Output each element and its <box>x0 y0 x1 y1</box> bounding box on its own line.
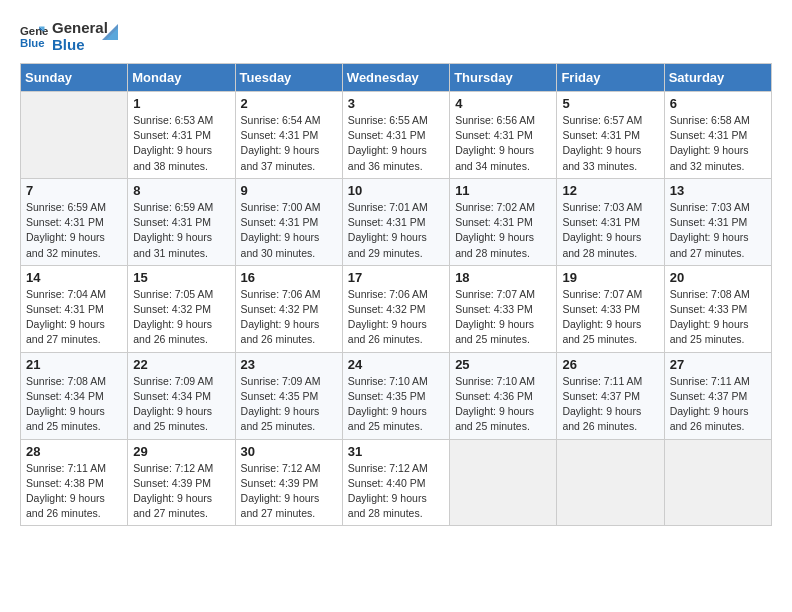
day-info: Sunrise: 6:59 AMSunset: 4:31 PMDaylight:… <box>133 200 229 261</box>
day-number: 4 <box>455 96 551 111</box>
calendar-cell: 8Sunrise: 6:59 AMSunset: 4:31 PMDaylight… <box>128 178 235 265</box>
day-info: Sunrise: 7:07 AMSunset: 4:33 PMDaylight:… <box>562 287 658 348</box>
calendar-cell: 28Sunrise: 7:11 AMSunset: 4:38 PMDayligh… <box>21 439 128 526</box>
calendar-cell <box>557 439 664 526</box>
day-number: 31 <box>348 444 444 459</box>
day-info: Sunrise: 6:56 AMSunset: 4:31 PMDaylight:… <box>455 113 551 174</box>
calendar-cell: 31Sunrise: 7:12 AMSunset: 4:40 PMDayligh… <box>342 439 449 526</box>
calendar-cell: 4Sunrise: 6:56 AMSunset: 4:31 PMDaylight… <box>450 92 557 179</box>
calendar-cell <box>664 439 771 526</box>
day-number: 8 <box>133 183 229 198</box>
calendar-cell: 23Sunrise: 7:09 AMSunset: 4:35 PMDayligh… <box>235 352 342 439</box>
calendar-cell: 30Sunrise: 7:12 AMSunset: 4:39 PMDayligh… <box>235 439 342 526</box>
calendar-cell: 9Sunrise: 7:00 AMSunset: 4:31 PMDaylight… <box>235 178 342 265</box>
day-info: Sunrise: 7:10 AMSunset: 4:35 PMDaylight:… <box>348 374 444 435</box>
day-info: Sunrise: 6:58 AMSunset: 4:31 PMDaylight:… <box>670 113 766 174</box>
day-info: Sunrise: 7:04 AMSunset: 4:31 PMDaylight:… <box>26 287 122 348</box>
calendar-cell: 17Sunrise: 7:06 AMSunset: 4:32 PMDayligh… <box>342 265 449 352</box>
day-number: 6 <box>670 96 766 111</box>
calendar-cell: 24Sunrise: 7:10 AMSunset: 4:35 PMDayligh… <box>342 352 449 439</box>
calendar-cell: 15Sunrise: 7:05 AMSunset: 4:32 PMDayligh… <box>128 265 235 352</box>
day-info: Sunrise: 7:05 AMSunset: 4:32 PMDaylight:… <box>133 287 229 348</box>
day-number: 17 <box>348 270 444 285</box>
calendar-week-1: 1Sunrise: 6:53 AMSunset: 4:31 PMDaylight… <box>21 92 772 179</box>
day-number: 23 <box>241 357 337 372</box>
day-info: Sunrise: 6:55 AMSunset: 4:31 PMDaylight:… <box>348 113 444 174</box>
day-info: Sunrise: 7:11 AMSunset: 4:38 PMDaylight:… <box>26 461 122 522</box>
day-info: Sunrise: 6:54 AMSunset: 4:31 PMDaylight:… <box>241 113 337 174</box>
day-info: Sunrise: 7:00 AMSunset: 4:31 PMDaylight:… <box>241 200 337 261</box>
day-number: 2 <box>241 96 337 111</box>
day-number: 29 <box>133 444 229 459</box>
calendar-cell: 1Sunrise: 6:53 AMSunset: 4:31 PMDaylight… <box>128 92 235 179</box>
day-number: 30 <box>241 444 337 459</box>
calendar-cell: 14Sunrise: 7:04 AMSunset: 4:31 PMDayligh… <box>21 265 128 352</box>
day-number: 19 <box>562 270 658 285</box>
calendar-cell: 16Sunrise: 7:06 AMSunset: 4:32 PMDayligh… <box>235 265 342 352</box>
page-header: General Blue General Blue <box>20 20 772 53</box>
day-info: Sunrise: 6:57 AMSunset: 4:31 PMDaylight:… <box>562 113 658 174</box>
day-info: Sunrise: 7:12 AMSunset: 4:40 PMDaylight:… <box>348 461 444 522</box>
calendar-cell: 20Sunrise: 7:08 AMSunset: 4:33 PMDayligh… <box>664 265 771 352</box>
calendar-cell: 5Sunrise: 6:57 AMSunset: 4:31 PMDaylight… <box>557 92 664 179</box>
day-number: 7 <box>26 183 122 198</box>
day-number: 14 <box>26 270 122 285</box>
calendar-week-3: 14Sunrise: 7:04 AMSunset: 4:31 PMDayligh… <box>21 265 772 352</box>
calendar-cell: 29Sunrise: 7:12 AMSunset: 4:39 PMDayligh… <box>128 439 235 526</box>
calendar-cell: 10Sunrise: 7:01 AMSunset: 4:31 PMDayligh… <box>342 178 449 265</box>
day-number: 20 <box>670 270 766 285</box>
calendar-week-2: 7Sunrise: 6:59 AMSunset: 4:31 PMDaylight… <box>21 178 772 265</box>
col-header-sunday: Sunday <box>21 64 128 92</box>
day-number: 22 <box>133 357 229 372</box>
logo-arrow-icon <box>100 22 122 44</box>
day-info: Sunrise: 7:08 AMSunset: 4:33 PMDaylight:… <box>670 287 766 348</box>
day-number: 12 <box>562 183 658 198</box>
day-info: Sunrise: 7:11 AMSunset: 4:37 PMDaylight:… <box>562 374 658 435</box>
day-number: 27 <box>670 357 766 372</box>
day-info: Sunrise: 7:02 AMSunset: 4:31 PMDaylight:… <box>455 200 551 261</box>
day-number: 18 <box>455 270 551 285</box>
svg-text:Blue: Blue <box>20 36 45 48</box>
day-info: Sunrise: 7:03 AMSunset: 4:31 PMDaylight:… <box>670 200 766 261</box>
calendar-cell: 21Sunrise: 7:08 AMSunset: 4:34 PMDayligh… <box>21 352 128 439</box>
day-info: Sunrise: 7:10 AMSunset: 4:36 PMDaylight:… <box>455 374 551 435</box>
logo-icon: General Blue <box>20 23 48 51</box>
day-info: Sunrise: 7:03 AMSunset: 4:31 PMDaylight:… <box>562 200 658 261</box>
day-number: 21 <box>26 357 122 372</box>
day-info: Sunrise: 7:11 AMSunset: 4:37 PMDaylight:… <box>670 374 766 435</box>
day-number: 26 <box>562 357 658 372</box>
day-number: 1 <box>133 96 229 111</box>
calendar-cell: 26Sunrise: 7:11 AMSunset: 4:37 PMDayligh… <box>557 352 664 439</box>
day-number: 13 <box>670 183 766 198</box>
day-number: 5 <box>562 96 658 111</box>
day-info: Sunrise: 7:12 AMSunset: 4:39 PMDaylight:… <box>241 461 337 522</box>
col-header-friday: Friday <box>557 64 664 92</box>
col-header-tuesday: Tuesday <box>235 64 342 92</box>
day-info: Sunrise: 7:06 AMSunset: 4:32 PMDaylight:… <box>348 287 444 348</box>
day-number: 24 <box>348 357 444 372</box>
day-info: Sunrise: 7:06 AMSunset: 4:32 PMDaylight:… <box>241 287 337 348</box>
day-number: 28 <box>26 444 122 459</box>
col-header-saturday: Saturday <box>664 64 771 92</box>
day-number: 9 <box>241 183 337 198</box>
day-info: Sunrise: 7:08 AMSunset: 4:34 PMDaylight:… <box>26 374 122 435</box>
calendar-cell: 19Sunrise: 7:07 AMSunset: 4:33 PMDayligh… <box>557 265 664 352</box>
day-number: 25 <box>455 357 551 372</box>
calendar-cell: 11Sunrise: 7:02 AMSunset: 4:31 PMDayligh… <box>450 178 557 265</box>
day-info: Sunrise: 7:01 AMSunset: 4:31 PMDaylight:… <box>348 200 444 261</box>
calendar-cell: 7Sunrise: 6:59 AMSunset: 4:31 PMDaylight… <box>21 178 128 265</box>
col-header-thursday: Thursday <box>450 64 557 92</box>
day-number: 10 <box>348 183 444 198</box>
calendar-cell <box>21 92 128 179</box>
calendar-cell: 22Sunrise: 7:09 AMSunset: 4:34 PMDayligh… <box>128 352 235 439</box>
calendar-week-4: 21Sunrise: 7:08 AMSunset: 4:34 PMDayligh… <box>21 352 772 439</box>
calendar-table: SundayMondayTuesdayWednesdayThursdayFrid… <box>20 63 772 526</box>
calendar-cell: 13Sunrise: 7:03 AMSunset: 4:31 PMDayligh… <box>664 178 771 265</box>
calendar-cell: 12Sunrise: 7:03 AMSunset: 4:31 PMDayligh… <box>557 178 664 265</box>
calendar-cell: 6Sunrise: 6:58 AMSunset: 4:31 PMDaylight… <box>664 92 771 179</box>
day-number: 3 <box>348 96 444 111</box>
day-info: Sunrise: 6:59 AMSunset: 4:31 PMDaylight:… <box>26 200 122 261</box>
day-number: 16 <box>241 270 337 285</box>
day-info: Sunrise: 7:12 AMSunset: 4:39 PMDaylight:… <box>133 461 229 522</box>
day-info: Sunrise: 7:07 AMSunset: 4:33 PMDaylight:… <box>455 287 551 348</box>
